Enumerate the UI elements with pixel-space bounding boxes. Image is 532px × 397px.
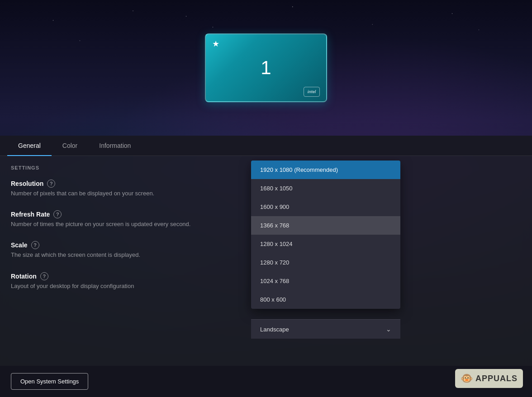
preview-area: ★ 1 intel	[0, 0, 532, 136]
settings-content: SETTINGS Resolution ? Number of pixels t…	[0, 156, 532, 366]
rotation-select[interactable]: Landscape ⌄	[251, 319, 400, 339]
tab-information[interactable]: Information	[88, 136, 142, 156]
watermark-text: APPUALS	[475, 374, 518, 383]
main-wrapper: ★ 1 intel General Color Information SETT…	[0, 0, 532, 397]
refresh-rate-title: Refresh Rate	[11, 211, 50, 218]
scale-help-icon[interactable]: ?	[31, 241, 39, 249]
scale-title: Scale	[11, 241, 28, 249]
tab-general[interactable]: General	[7, 136, 52, 156]
resolution-dropdown[interactable]: 1920 x 1080 (Recommended) 1680 x 1050 16…	[251, 161, 400, 309]
resolution-help-icon[interactable]: ?	[47, 180, 55, 188]
dropdown-item-1280x720[interactable]: 1280 x 720	[251, 253, 400, 272]
watermark: 🐵 APPUALS	[455, 369, 523, 388]
rotation-title: Rotation	[11, 273, 37, 280]
intel-logo-text: intel	[308, 90, 316, 94]
monitor-card: ★ 1 intel	[205, 33, 327, 102]
chevron-down-icon: ⌄	[386, 326, 391, 333]
dropdown-item-800x600[interactable]: 800 x 600	[251, 290, 400, 309]
dropdown-item-1600x900[interactable]: 1600 x 900	[251, 198, 400, 216]
open-system-settings-button[interactable]: Open System Settings	[11, 373, 88, 390]
bottom-panel: General Color Information SETTINGS Resol…	[0, 136, 532, 397]
monitor-star-icon: ★	[212, 39, 219, 49]
tab-color[interactable]: Color	[52, 136, 88, 156]
dropdown-item-1280x1024[interactable]: 1280 x 1024	[251, 235, 400, 253]
refresh-rate-help-icon[interactable]: ?	[53, 210, 62, 218]
rotation-help-icon[interactable]: ?	[40, 272, 48, 280]
resolution-title: Resolution	[11, 180, 43, 187]
rotation-current-value: Landscape	[260, 326, 289, 333]
tabs-bar: General Color Information	[0, 136, 532, 156]
dropdown-item-1680x1050[interactable]: 1680 x 1050	[251, 179, 400, 198]
intel-logo: intel	[304, 87, 320, 97]
monitor-number: 1	[261, 57, 271, 79]
footer: Open System Settings	[0, 366, 532, 397]
dropdown-item-1920x1080[interactable]: 1920 x 1080 (Recommended)	[251, 161, 400, 179]
watermark-icon: 🐵	[461, 373, 473, 384]
dropdown-item-1024x768[interactable]: 1024 x 768	[251, 272, 400, 290]
dropdown-item-1366x768[interactable]: 1366 x 768	[251, 216, 400, 235]
